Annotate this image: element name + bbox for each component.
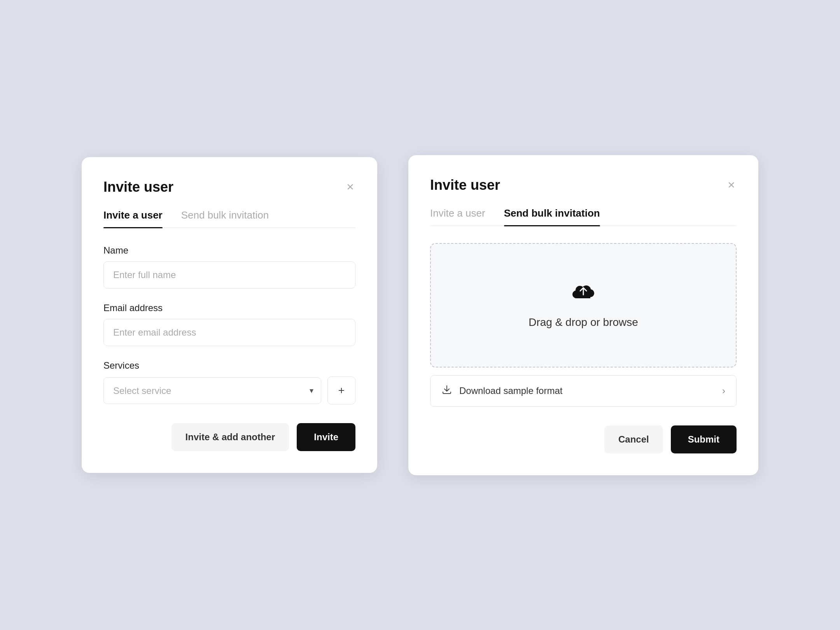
invite-user-modal-right: Invite user × Invite a user Send bulk in… (408, 155, 758, 475)
modal-title-right: Invite user (430, 177, 500, 193)
left-modal-actions: Invite & add another Invite (103, 423, 355, 451)
tab-bulk-right[interactable]: Send bulk invitation (504, 207, 600, 226)
modal-header-right: Invite user × (430, 177, 737, 193)
cancel-button[interactable]: Cancel (604, 425, 663, 453)
services-field-group: Services Select service ▾ + (103, 360, 355, 404)
services-label: Services (103, 360, 355, 371)
invite-user-modal-left: Invite user × Invite a user Send bulk in… (82, 157, 377, 473)
modal-header-left: Invite user × (103, 179, 355, 195)
download-sample-row[interactable]: Download sample format › (430, 375, 737, 407)
submit-button[interactable]: Submit (671, 425, 737, 453)
services-row: Select service ▾ + (103, 376, 355, 404)
add-service-button[interactable]: + (327, 376, 355, 404)
name-field-group: Name (103, 245, 355, 289)
tab-invite-user-right[interactable]: Invite a user (430, 207, 485, 226)
invite-button[interactable]: Invite (297, 423, 355, 451)
modal-title-left: Invite user (103, 179, 173, 195)
chevron-right-icon: › (722, 385, 725, 396)
tabs-left: Invite a user Send bulk invitation (103, 209, 355, 228)
email-input[interactable] (103, 319, 355, 346)
email-label: Email address (103, 303, 355, 313)
close-button-right[interactable]: × (726, 177, 737, 192)
email-field-group: Email address (103, 303, 355, 346)
right-modal-actions: Cancel Submit (430, 425, 737, 453)
dropzone-text: Drag & drop or browse (528, 316, 638, 329)
tab-invite-user-left[interactable]: Invite a user (103, 209, 163, 228)
download-icon (441, 384, 452, 398)
name-label: Name (103, 245, 355, 256)
invite-add-another-button[interactable]: Invite & add another (172, 423, 289, 451)
name-input[interactable] (103, 261, 355, 289)
upload-cloud-icon (571, 282, 596, 307)
service-select[interactable]: Select service (103, 377, 321, 404)
download-sample-label: Download sample format (459, 385, 562, 396)
tabs-right: Invite a user Send bulk invitation (430, 207, 737, 226)
service-select-wrapper: Select service ▾ (103, 377, 321, 404)
download-left: Download sample format (441, 384, 562, 398)
dropzone[interactable]: Drag & drop or browse (430, 243, 737, 368)
close-button-left[interactable]: × (345, 179, 355, 194)
tab-bulk-left[interactable]: Send bulk invitation (181, 209, 269, 228)
